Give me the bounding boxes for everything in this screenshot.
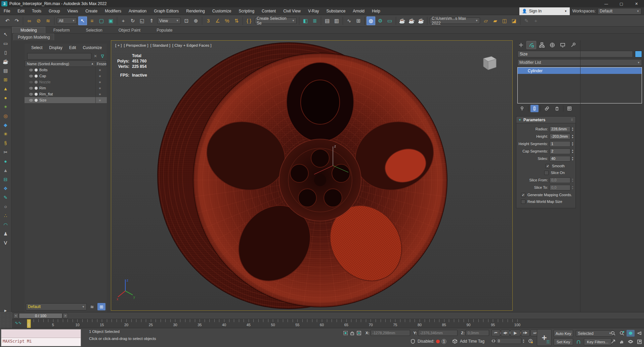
menu-edit[interactable]: Edit	[14, 7, 28, 15]
parameter-value-field[interactable]: 228,6mm	[550, 126, 570, 132]
current-frame-field[interactable]: 0	[496, 338, 521, 344]
modify-tab-icon[interactable]	[526, 41, 536, 49]
checkbox-smooth[interactable]: ✓	[546, 164, 550, 168]
droplet-icon[interactable]: ◆	[2, 121, 10, 129]
checkbox-slice-on[interactable]	[544, 171, 549, 175]
open-project-icon[interactable]: ▰	[491, 16, 500, 25]
maximize-viewport-icon[interactable]	[635, 338, 643, 345]
select-object-icon[interactable]: ↖	[78, 16, 87, 25]
mini-curve-editor-icon[interactable]: ∿∿	[15, 320, 22, 325]
frozen-state-icon[interactable]: ∗	[95, 67, 107, 73]
auto-key-button[interactable]: Auto Key	[554, 330, 573, 337]
menu-customize[interactable]: Customize	[209, 7, 235, 15]
viewport-shading-label[interactable]: [ Clay + Edged Faces ]	[172, 43, 212, 47]
select-move-icon[interactable]: +	[119, 16, 128, 25]
menu-group[interactable]: Group	[45, 7, 63, 15]
timeline-left-grip[interactable]	[0, 312, 12, 328]
set-keys-button[interactable]: +⚿	[537, 329, 552, 346]
unlink-selection-icon[interactable]: ⊘	[34, 16, 43, 25]
parameter-spinner[interactable]: ▲▼	[570, 156, 574, 161]
parameters-rollout-header[interactable]: ▼ Parameters ⠿	[516, 117, 575, 123]
circle-icon[interactable]: ○	[2, 203, 10, 210]
layers-icon[interactable]: ≋	[88, 303, 96, 310]
tube-icon[interactable]: ◎	[2, 112, 10, 120]
scene-object-row[interactable]: Cap∗	[25, 73, 107, 79]
play-button[interactable]: ▶	[510, 330, 520, 336]
sphere-icon[interactable]: ●	[2, 94, 10, 101]
ribbon-tab-object-paint[interactable]: Object Paint	[111, 27, 148, 33]
mirror-icon[interactable]: ◧	[301, 16, 310, 25]
set-project-icon[interactable]: ◫	[500, 16, 509, 25]
select-link-icon[interactable]: ∞	[25, 16, 34, 25]
star-icon[interactable]: ✶	[2, 103, 10, 111]
inactive-tool-2-icon[interactable]: +	[531, 16, 540, 25]
z-coordinate-field[interactable]: 0,0mm	[466, 330, 489, 336]
pivot-center-icon[interactable]: ⊡	[182, 16, 191, 25]
selection-region-icon[interactable]	[342, 330, 349, 336]
render-setup-icon[interactable]: ⚙	[376, 16, 385, 25]
show-end-result-icon[interactable]	[530, 105, 539, 112]
menu-modifiers[interactable]: Modifiers	[101, 7, 125, 15]
rendered-frame-icon[interactable]: ▭	[385, 16, 394, 25]
explorer-menu-customize[interactable]: Customize	[79, 45, 105, 50]
explorer-search-input[interactable]	[27, 53, 91, 59]
filter-icon[interactable]: ∇	[99, 54, 105, 59]
box-primitive-icon[interactable]: ▭	[2, 40, 10, 47]
percent-snap-icon[interactable]: %	[223, 16, 231, 25]
visibility-eye-icon[interactable]	[29, 99, 33, 101]
visibility-eye-icon[interactable]	[29, 75, 33, 77]
frame-step-arrows-icon[interactable]	[491, 338, 496, 344]
parameter-value-field[interactable]: 0,0	[550, 185, 570, 190]
grid-icon[interactable]: ⊞	[2, 76, 10, 83]
parameter-spinner[interactable]: ▲▼	[570, 127, 574, 131]
field-of-view-icon[interactable]	[635, 330, 643, 337]
cone-gray-icon[interactable]: ▲	[2, 167, 10, 174]
scene-object-row[interactable]: Nozzle∗	[25, 79, 107, 85]
toggle-layer-explorer-icon[interactable]: ▥	[332, 16, 341, 25]
viewport-style-label[interactable]: [ Standard ]	[150, 43, 170, 47]
scene-object-row[interactable]: Rim_flat∗	[25, 91, 107, 97]
schematic-view-icon[interactable]: ⊞	[354, 16, 363, 25]
shield-icon[interactable]	[409, 338, 416, 344]
menu-arnold[interactable]: Arnold	[349, 7, 368, 15]
maxscript-mini-listener[interactable]: MAXScript Mi	[1, 329, 81, 346]
close-button[interactable]: ✕	[629, 0, 644, 7]
utilities-tab-icon[interactable]	[568, 41, 578, 49]
parameter-spinner[interactable]: ▲▼	[570, 134, 574, 139]
modifier-stack-icon[interactable]: ▤	[2, 67, 10, 74]
object-color-swatch[interactable]	[635, 51, 642, 57]
parameter-value-field[interactable]: -203,0mm	[550, 134, 570, 139]
next-key-button[interactable]: ⏸▶	[521, 330, 530, 336]
menu-help[interactable]: Help	[368, 7, 384, 15]
zoom-icon[interactable]	[609, 330, 617, 337]
helix-icon[interactable]: §	[2, 139, 10, 147]
checkbox-generate-mapping-coords-[interactable]: ✓	[521, 193, 525, 197]
undo-icon[interactable]: ↶	[3, 16, 12, 25]
selection-lock-icon[interactable]	[349, 330, 355, 336]
visibility-eye-icon[interactable]	[29, 87, 33, 89]
v-icon[interactable]: V	[2, 239, 10, 247]
ribbon-tab-freeform[interactable]: Freeform	[45, 27, 78, 33]
configure-modifier-sets-icon[interactable]	[565, 105, 573, 112]
select-scale-icon[interactable]: ◱	[138, 16, 146, 25]
key-mode-icon[interactable]	[575, 339, 582, 345]
sun-icon[interactable]: ✳	[2, 130, 10, 138]
time-configuration-icon[interactable]	[527, 338, 534, 344]
checkbox-real-world-map-size[interactable]	[521, 200, 525, 204]
object-name-field[interactable]: Size	[517, 51, 633, 57]
create-tab-icon[interactable]	[516, 41, 526, 49]
key-filters-button[interactable]: Key Filters...	[584, 338, 611, 345]
menu-animation[interactable]: Animation	[125, 7, 150, 15]
orbit-icon[interactable]	[627, 338, 635, 345]
hierarchy-view-icon[interactable]: ⊞	[97, 303, 105, 310]
polygon-modeling-panel[interactable]: Polygon Modeling	[13, 34, 54, 40]
named-selection-set-field[interactable]: Create Selection Se▼	[255, 17, 297, 24]
add-time-tag-label[interactable]: Add Time Tag	[460, 339, 484, 344]
go-to-start-button[interactable]: ⏮	[491, 330, 500, 336]
swirl-icon[interactable]: ◠	[2, 221, 10, 228]
parameter-value-field[interactable]: 40	[550, 156, 570, 162]
rectangular-region-icon[interactable]: ▢	[97, 16, 106, 25]
active-layer-dropdown[interactable]: Default▼	[26, 303, 87, 310]
snap-3d-icon[interactable]: 3	[204, 16, 213, 25]
pan-hand-icon[interactable]	[618, 338, 626, 345]
